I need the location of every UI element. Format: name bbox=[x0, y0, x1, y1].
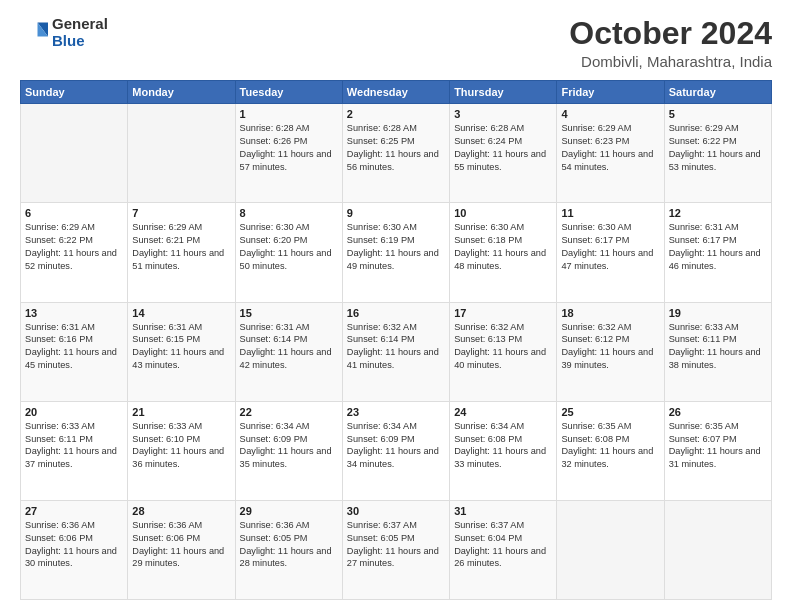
day-number: 3 bbox=[454, 108, 552, 120]
day-info: Sunrise: 6:34 AM Sunset: 6:08 PM Dayligh… bbox=[454, 420, 552, 472]
calendar-cell bbox=[21, 104, 128, 203]
day-number: 4 bbox=[561, 108, 659, 120]
day-info: Sunrise: 6:31 AM Sunset: 6:14 PM Dayligh… bbox=[240, 321, 338, 373]
day-info: Sunrise: 6:33 AM Sunset: 6:11 PM Dayligh… bbox=[669, 321, 767, 373]
calendar-cell: 9Sunrise: 6:30 AM Sunset: 6:19 PM Daylig… bbox=[342, 203, 449, 302]
day-info: Sunrise: 6:30 AM Sunset: 6:20 PM Dayligh… bbox=[240, 221, 338, 273]
day-info: Sunrise: 6:31 AM Sunset: 6:17 PM Dayligh… bbox=[669, 221, 767, 273]
calendar-cell: 27Sunrise: 6:36 AM Sunset: 6:06 PM Dayli… bbox=[21, 500, 128, 599]
calendar-cell: 13Sunrise: 6:31 AM Sunset: 6:16 PM Dayli… bbox=[21, 302, 128, 401]
day-info: Sunrise: 6:37 AM Sunset: 6:05 PM Dayligh… bbox=[347, 519, 445, 571]
day-number: 20 bbox=[25, 406, 123, 418]
calendar-cell: 31Sunrise: 6:37 AM Sunset: 6:04 PM Dayli… bbox=[450, 500, 557, 599]
calendar-cell: 6Sunrise: 6:29 AM Sunset: 6:22 PM Daylig… bbox=[21, 203, 128, 302]
day-info: Sunrise: 6:34 AM Sunset: 6:09 PM Dayligh… bbox=[240, 420, 338, 472]
day-info: Sunrise: 6:30 AM Sunset: 6:17 PM Dayligh… bbox=[561, 221, 659, 273]
calendar-week-row: 1Sunrise: 6:28 AM Sunset: 6:26 PM Daylig… bbox=[21, 104, 772, 203]
calendar-week-row: 6Sunrise: 6:29 AM Sunset: 6:22 PM Daylig… bbox=[21, 203, 772, 302]
calendar-cell: 21Sunrise: 6:33 AM Sunset: 6:10 PM Dayli… bbox=[128, 401, 235, 500]
day-number: 30 bbox=[347, 505, 445, 517]
calendar-week-row: 27Sunrise: 6:36 AM Sunset: 6:06 PM Dayli… bbox=[21, 500, 772, 599]
day-number: 31 bbox=[454, 505, 552, 517]
calendar-cell: 10Sunrise: 6:30 AM Sunset: 6:18 PM Dayli… bbox=[450, 203, 557, 302]
day-number: 16 bbox=[347, 307, 445, 319]
logo-general: General bbox=[52, 16, 108, 33]
day-info: Sunrise: 6:36 AM Sunset: 6:06 PM Dayligh… bbox=[25, 519, 123, 571]
day-info: Sunrise: 6:29 AM Sunset: 6:22 PM Dayligh… bbox=[25, 221, 123, 273]
calendar-cell: 28Sunrise: 6:36 AM Sunset: 6:06 PM Dayli… bbox=[128, 500, 235, 599]
day-number: 12 bbox=[669, 207, 767, 219]
day-number: 6 bbox=[25, 207, 123, 219]
day-number: 13 bbox=[25, 307, 123, 319]
day-number: 9 bbox=[347, 207, 445, 219]
logo-blue: Blue bbox=[52, 33, 108, 50]
calendar-cell: 22Sunrise: 6:34 AM Sunset: 6:09 PM Dayli… bbox=[235, 401, 342, 500]
day-number: 5 bbox=[669, 108, 767, 120]
day-info: Sunrise: 6:34 AM Sunset: 6:09 PM Dayligh… bbox=[347, 420, 445, 472]
day-info: Sunrise: 6:28 AM Sunset: 6:25 PM Dayligh… bbox=[347, 122, 445, 174]
weekday-header-row: SundayMondayTuesdayWednesdayThursdayFrid… bbox=[21, 81, 772, 104]
day-info: Sunrise: 6:32 AM Sunset: 6:13 PM Dayligh… bbox=[454, 321, 552, 373]
calendar-cell: 19Sunrise: 6:33 AM Sunset: 6:11 PM Dayli… bbox=[664, 302, 771, 401]
calendar-cell: 14Sunrise: 6:31 AM Sunset: 6:15 PM Dayli… bbox=[128, 302, 235, 401]
day-info: Sunrise: 6:35 AM Sunset: 6:08 PM Dayligh… bbox=[561, 420, 659, 472]
calendar-cell: 26Sunrise: 6:35 AM Sunset: 6:07 PM Dayli… bbox=[664, 401, 771, 500]
day-info: Sunrise: 6:37 AM Sunset: 6:04 PM Dayligh… bbox=[454, 519, 552, 571]
weekday-header: Thursday bbox=[450, 81, 557, 104]
calendar-cell: 3Sunrise: 6:28 AM Sunset: 6:24 PM Daylig… bbox=[450, 104, 557, 203]
day-info: Sunrise: 6:35 AM Sunset: 6:07 PM Dayligh… bbox=[669, 420, 767, 472]
calendar-cell: 2Sunrise: 6:28 AM Sunset: 6:25 PM Daylig… bbox=[342, 104, 449, 203]
calendar-cell: 7Sunrise: 6:29 AM Sunset: 6:21 PM Daylig… bbox=[128, 203, 235, 302]
main-title: October 2024 bbox=[569, 16, 772, 51]
day-number: 17 bbox=[454, 307, 552, 319]
day-info: Sunrise: 6:30 AM Sunset: 6:18 PM Dayligh… bbox=[454, 221, 552, 273]
weekday-header: Sunday bbox=[21, 81, 128, 104]
day-info: Sunrise: 6:28 AM Sunset: 6:24 PM Dayligh… bbox=[454, 122, 552, 174]
calendar-cell: 17Sunrise: 6:32 AM Sunset: 6:13 PM Dayli… bbox=[450, 302, 557, 401]
logo: General Blue bbox=[20, 16, 108, 49]
calendar-cell: 8Sunrise: 6:30 AM Sunset: 6:20 PM Daylig… bbox=[235, 203, 342, 302]
day-info: Sunrise: 6:36 AM Sunset: 6:06 PM Dayligh… bbox=[132, 519, 230, 571]
day-info: Sunrise: 6:29 AM Sunset: 6:23 PM Dayligh… bbox=[561, 122, 659, 174]
day-number: 1 bbox=[240, 108, 338, 120]
subtitle: Dombivli, Maharashtra, India bbox=[569, 53, 772, 70]
calendar-cell: 24Sunrise: 6:34 AM Sunset: 6:08 PM Dayli… bbox=[450, 401, 557, 500]
calendar-cell: 29Sunrise: 6:36 AM Sunset: 6:05 PM Dayli… bbox=[235, 500, 342, 599]
day-info: Sunrise: 6:29 AM Sunset: 6:21 PM Dayligh… bbox=[132, 221, 230, 273]
calendar-cell: 23Sunrise: 6:34 AM Sunset: 6:09 PM Dayli… bbox=[342, 401, 449, 500]
weekday-header: Monday bbox=[128, 81, 235, 104]
day-number: 18 bbox=[561, 307, 659, 319]
day-info: Sunrise: 6:31 AM Sunset: 6:16 PM Dayligh… bbox=[25, 321, 123, 373]
day-number: 7 bbox=[132, 207, 230, 219]
day-number: 22 bbox=[240, 406, 338, 418]
calendar-cell: 4Sunrise: 6:29 AM Sunset: 6:23 PM Daylig… bbox=[557, 104, 664, 203]
calendar-cell: 5Sunrise: 6:29 AM Sunset: 6:22 PM Daylig… bbox=[664, 104, 771, 203]
day-number: 21 bbox=[132, 406, 230, 418]
calendar-week-row: 13Sunrise: 6:31 AM Sunset: 6:16 PM Dayli… bbox=[21, 302, 772, 401]
day-number: 11 bbox=[561, 207, 659, 219]
weekday-header: Tuesday bbox=[235, 81, 342, 104]
calendar-cell: 30Sunrise: 6:37 AM Sunset: 6:05 PM Dayli… bbox=[342, 500, 449, 599]
calendar-week-row: 20Sunrise: 6:33 AM Sunset: 6:11 PM Dayli… bbox=[21, 401, 772, 500]
day-info: Sunrise: 6:28 AM Sunset: 6:26 PM Dayligh… bbox=[240, 122, 338, 174]
logo-text: General Blue bbox=[52, 16, 108, 49]
calendar-cell: 1Sunrise: 6:28 AM Sunset: 6:26 PM Daylig… bbox=[235, 104, 342, 203]
day-info: Sunrise: 6:32 AM Sunset: 6:12 PM Dayligh… bbox=[561, 321, 659, 373]
weekday-header: Friday bbox=[557, 81, 664, 104]
calendar-cell: 18Sunrise: 6:32 AM Sunset: 6:12 PM Dayli… bbox=[557, 302, 664, 401]
day-number: 8 bbox=[240, 207, 338, 219]
day-number: 29 bbox=[240, 505, 338, 517]
day-info: Sunrise: 6:30 AM Sunset: 6:19 PM Dayligh… bbox=[347, 221, 445, 273]
day-number: 23 bbox=[347, 406, 445, 418]
calendar-cell bbox=[557, 500, 664, 599]
day-number: 10 bbox=[454, 207, 552, 219]
calendar-cell: 16Sunrise: 6:32 AM Sunset: 6:14 PM Dayli… bbox=[342, 302, 449, 401]
day-number: 24 bbox=[454, 406, 552, 418]
calendar-cell: 25Sunrise: 6:35 AM Sunset: 6:08 PM Dayli… bbox=[557, 401, 664, 500]
day-info: Sunrise: 6:33 AM Sunset: 6:10 PM Dayligh… bbox=[132, 420, 230, 472]
calendar-cell: 11Sunrise: 6:30 AM Sunset: 6:17 PM Dayli… bbox=[557, 203, 664, 302]
day-number: 2 bbox=[347, 108, 445, 120]
day-number: 26 bbox=[669, 406, 767, 418]
day-number: 28 bbox=[132, 505, 230, 517]
calendar-cell bbox=[128, 104, 235, 203]
